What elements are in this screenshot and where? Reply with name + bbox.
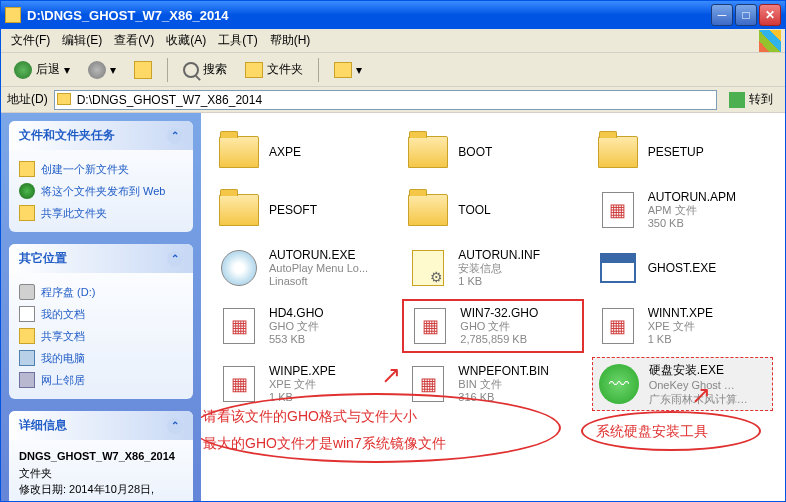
views-icon — [334, 62, 352, 78]
file-size: Linasoft — [269, 275, 390, 288]
file-name: 硬盘安装.EXE — [649, 362, 768, 379]
detail-type: 文件夹 — [19, 465, 183, 482]
shared-icon — [19, 328, 35, 344]
file-name: GHOST.EXE — [648, 261, 769, 275]
file-item[interactable]: BOOT — [402, 125, 583, 179]
up-button[interactable] — [127, 57, 159, 83]
file-meta: APM 文件 — [648, 204, 769, 217]
other-places-panel: 其它位置 ⌃ 程序盘 (D:) 我的文档 共享文档 我的电脑 网上邻居 — [9, 244, 193, 399]
menu-favorites[interactable]: 收藏(A) — [160, 30, 212, 51]
task-share-folder[interactable]: 共享此文件夹 — [19, 202, 183, 224]
file-item[interactable]: AUTORUN.INF安装信息1 KB — [402, 241, 583, 295]
file-size: 553 KB — [269, 333, 390, 346]
place-network[interactable]: 网上邻居 — [19, 369, 183, 391]
goto-arrow-icon — [729, 92, 745, 108]
file-meta: AutoPlay Menu Lo... — [269, 262, 390, 275]
folder-icon — [596, 130, 640, 174]
chevron-up-icon: ⌃ — [167, 251, 183, 267]
folder-icon — [217, 130, 261, 174]
place-my-computer[interactable]: 我的电脑 — [19, 347, 183, 369]
file-area[interactable]: AXPEBOOTPESETUPPESOFTTOOLAUTORUN.APMAPM … — [201, 113, 785, 501]
file-name: WNPEFONT.BIN — [458, 364, 579, 378]
address-label: 地址(D) — [7, 91, 48, 108]
task-publish-web[interactable]: 将这个文件夹发布到 Web — [19, 180, 183, 202]
chevron-up-icon: ⌃ — [167, 128, 183, 144]
search-button[interactable]: 搜索 — [176, 57, 234, 82]
file-item[interactable]: GHOST.EXE — [592, 241, 773, 295]
file-size: 1 KB — [458, 275, 579, 288]
place-drive-d[interactable]: 程序盘 (D:) — [19, 281, 183, 303]
folder-icon — [57, 93, 71, 105]
other-places-header[interactable]: 其它位置 ⌃ — [9, 244, 193, 273]
file-name: AUTORUN.INF — [458, 248, 579, 262]
place-my-documents[interactable]: 我的文档 — [19, 303, 183, 325]
web-icon — [19, 183, 35, 199]
back-button[interactable]: 后退 ▾ — [7, 57, 77, 83]
file-name: AUTORUN.APM — [648, 190, 769, 204]
chevron-down-icon: ▾ — [64, 63, 70, 77]
goto-button[interactable]: 转到 — [723, 89, 779, 110]
tasks-panel: 文件和文件夹任务 ⌃ 创建一个新文件夹 将这个文件夹发布到 Web 共享此文件夹 — [9, 121, 193, 232]
green-icon: 〰 — [597, 362, 641, 406]
file-name: WINNT.XPE — [648, 306, 769, 320]
search-icon — [183, 62, 199, 78]
place-shared-docs[interactable]: 共享文档 — [19, 325, 183, 347]
file-item[interactable]: AXPE — [213, 125, 394, 179]
file-name: PESOFT — [269, 203, 390, 217]
separator — [167, 58, 168, 82]
tasks-header[interactable]: 文件和文件夹任务 ⌃ — [9, 121, 193, 150]
file-item[interactable]: WINNT.XPEXPE 文件1 KB — [592, 299, 773, 353]
maximize-button[interactable]: □ — [735, 4, 757, 26]
annotation-text-3: 系统硬盘安装工具 — [596, 423, 708, 441]
forward-icon — [88, 61, 106, 79]
annotation-text-1: 请看该文件的GHO格式与文件大小 — [203, 408, 417, 426]
file-item[interactable]: 〰硬盘安装.EXEOneKey Ghost …广东雨林木风计算… — [592, 357, 773, 411]
cd-icon — [217, 246, 261, 290]
file-meta: XPE 文件 — [269, 378, 390, 391]
detail-modified: 修改日期: 2014年10月28日, 10:52 — [19, 481, 183, 501]
gho-icon — [217, 362, 261, 406]
task-new-folder[interactable]: 创建一个新文件夹 — [19, 158, 183, 180]
win-icon — [596, 246, 640, 290]
file-item[interactable]: TOOL — [402, 183, 583, 237]
minimize-button[interactable]: ─ — [711, 4, 733, 26]
close-button[interactable]: ✕ — [759, 4, 781, 26]
file-item[interactable]: PESETUP — [592, 125, 773, 179]
views-button[interactable]: ▾ — [327, 58, 369, 82]
file-item[interactable]: WIN7-32.GHOGHO 文件2,785,859 KB — [402, 299, 583, 353]
menu-help[interactable]: 帮助(H) — [264, 30, 317, 51]
gho-icon — [408, 304, 452, 348]
separator — [318, 58, 319, 82]
annotation-arrow-icon: ↗ — [381, 361, 401, 389]
address-input[interactable] — [54, 90, 717, 110]
menu-file[interactable]: 文件(F) — [5, 30, 56, 51]
file-size: 2,785,859 KB — [460, 333, 577, 346]
file-meta: BIN 文件 — [458, 378, 579, 391]
file-meta: XPE 文件 — [648, 320, 769, 333]
gho-icon — [217, 304, 261, 348]
menu-view[interactable]: 查看(V) — [108, 30, 160, 51]
file-size: 350 KB — [648, 217, 769, 230]
file-size: 1 KB — [648, 333, 769, 346]
file-item[interactable]: PESOFT — [213, 183, 394, 237]
share-icon — [19, 205, 35, 221]
computer-icon — [19, 350, 35, 366]
folders-button[interactable]: 文件夹 — [238, 57, 310, 82]
menu-tools[interactable]: 工具(T) — [212, 30, 263, 51]
inf-icon — [406, 246, 450, 290]
window-title: D:\DNGS_GHOST_W7_X86_2014 — [27, 8, 711, 23]
file-item[interactable]: HD4.GHOGHO 文件553 KB — [213, 299, 394, 353]
forward-button[interactable]: ▾ — [81, 57, 123, 83]
details-header[interactable]: 详细信息 ⌃ — [9, 411, 193, 440]
toolbar: 后退 ▾ ▾ 搜索 文件夹 ▾ — [1, 53, 785, 87]
file-item[interactable]: AUTORUN.EXEAutoPlay Menu Lo...Linasoft — [213, 241, 394, 295]
file-name: AXPE — [269, 145, 390, 159]
file-name: PESETUP — [648, 145, 769, 159]
file-meta: 安装信息 — [458, 262, 579, 275]
menu-edit[interactable]: 编辑(E) — [56, 30, 108, 51]
file-name: HD4.GHO — [269, 306, 390, 320]
drive-icon — [19, 284, 35, 300]
documents-icon — [19, 306, 35, 322]
file-item[interactable]: AUTORUN.APMAPM 文件350 KB — [592, 183, 773, 237]
gho-icon — [596, 188, 640, 232]
